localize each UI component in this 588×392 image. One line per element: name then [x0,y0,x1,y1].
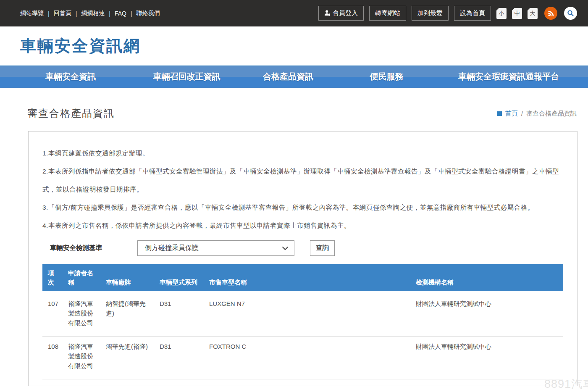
link-separator: | [109,10,110,17]
header: 車輛安全資訊網 [0,26,588,65]
add-favorite-button[interactable]: 加到最愛 [412,6,449,21]
font-size-large-icon[interactable]: 大 [528,8,538,19]
top-utility-bar: 網站導覽| 回首頁| 網網相連| FAQ| 聯絡我們 會員登入 轉寄網站 加到最… [0,0,588,26]
col-no: 項次 [42,264,63,292]
col-agency: 檢測機構名稱 [410,264,563,292]
cell-series: D31 [154,337,204,379]
member-login-label: 會員登入 [333,9,358,17]
cell-agency: 財團法人車輛研究測試中心 [410,292,563,337]
cell-agency: 財團法人車輛研究測試中心 [410,337,563,379]
link-separator: | [48,10,50,17]
content-panel: 1.本網頁建置係依交通部規定辦理。 2.本表所列係指申請者依交通部「車輛型式安全… [28,131,578,386]
nav-defect-report-platform[interactable]: 車輛安全瑕疵資訊通報平台 [429,71,588,82]
table-header-row: 項次 申請者名稱 車輛廠牌 車輛型式系列 市售車型名稱 檢測機構名稱 [42,264,563,292]
breadcrumb: 首頁 / 審查合格產品資訊 [497,110,577,118]
breadcrumb-square-icon [497,111,502,116]
topbar-links: 網站導覽| 回首頁| 網網相連| FAQ| 聯絡我們 [20,10,160,17]
cell-no: 108 [42,337,63,379]
cell-no: 107 [42,292,63,337]
link-faq[interactable]: FAQ [115,10,126,17]
breadcrumb-home-link[interactable]: 首頁 [505,110,518,118]
nav-recall-info[interactable]: 車輛召回改正資訊 [141,71,232,82]
col-model: 市售車型名稱 [204,264,410,292]
table-row: 107 裕隆汽車製造股份有限公司 納智捷(鴻華先進) D31 LUXGEN N7… [42,292,563,337]
cell-applicant: 裕隆汽車製造股份有限公司 [63,337,100,379]
note-2: 2.本表所列係指申請者依交通部「車輛型式安全審驗管理辦法」及「車輛安全檢測基準」… [42,162,563,198]
note-4: 4.本表所列之市售名稱，係依申請者所提供之內容登載，最終市售車型以申請者實際上市… [42,216,563,234]
link-separator: | [76,10,77,17]
cell-brand: 納智捷(鴻華先進) [100,292,154,337]
filter-row: 車輛安全檢測基準 側方碰撞乘員保護 查詢 [50,240,563,256]
link-related-sites[interactable]: 網網相連 [81,10,105,17]
note-3: 3.「側方/前方碰撞乘員保護」是否經審查合格，應以「車輛安全檢測基準審查報告」所… [42,198,563,216]
table-row: 108 裕隆汽車製造股份有限公司 鴻華先進(裕隆) D31 FOXTRON C … [42,337,563,379]
forward-site-button[interactable]: 轉寄網站 [369,6,406,21]
main-nav: 車輛安全資訊 車輛召回改正資訊 合格產品資訊 便民服務 車輛安全瑕疵資訊通報平台 [0,65,588,88]
query-button[interactable]: 查詢 [310,240,335,256]
breadcrumb-current: 審查合格產品資訊 [526,110,577,118]
filter-label: 車輛安全檢測基準 [50,244,137,253]
person-icon [324,10,331,17]
nav-qualified-products[interactable]: 合格產品資訊 [232,71,344,82]
topbar-actions: 會員登入 轉寄網站 加到最愛 設為首頁 小 中 大 [318,6,577,21]
cell-applicant: 裕隆汽車製造股份有限公司 [63,292,100,337]
cell-brand: 鴻華先進(裕隆) [100,337,154,379]
cell-series: D31 [154,292,204,337]
font-size-small-icon[interactable]: 小 [496,8,507,19]
link-separator: | [131,10,132,17]
rss-icon[interactable] [544,7,557,20]
col-brand: 車輛廠牌 [100,264,154,292]
results-table: 項次 申請者名稱 車輛廠牌 車輛型式系列 市售車型名稱 檢測機構名稱 107 裕… [42,264,563,379]
cell-model: LUXGEN N7 [204,292,410,337]
page-head-row: 審查合格產品資訊 首頁 / 審查合格產品資訊 [27,107,577,120]
search-icon[interactable] [564,7,577,20]
standard-select[interactable]: 側方碰撞乘員保護 [137,240,294,256]
link-sitemap[interactable]: 網站導覽 [20,10,44,17]
nav-vehicle-safety-info[interactable]: 車輛安全資訊 [0,71,141,82]
col-applicant: 申請者名稱 [63,264,100,292]
nav-convenience-services[interactable]: 便民服務 [344,71,429,82]
member-login-button[interactable]: 會員登入 [318,6,364,21]
set-homepage-button[interactable]: 設為首頁 [454,6,491,21]
cell-model: FOXTRON C [204,337,410,379]
font-size-medium-icon[interactable]: 中 [512,8,522,19]
col-series: 車輛型式系列 [154,264,204,292]
link-contact[interactable]: 聯絡我們 [136,10,160,17]
link-home[interactable]: 回首頁 [54,10,71,17]
standard-select-value: 側方碰撞乘員保護 [145,244,199,253]
chevron-down-icon [282,245,288,252]
site-logo[interactable]: 車輛安全資訊網 [20,35,141,57]
page-title: 審查合格產品資訊 [27,107,115,120]
breadcrumb-separator: / [521,110,523,117]
note-1: 1.本網頁建置係依交通部規定辦理。 [42,144,563,162]
